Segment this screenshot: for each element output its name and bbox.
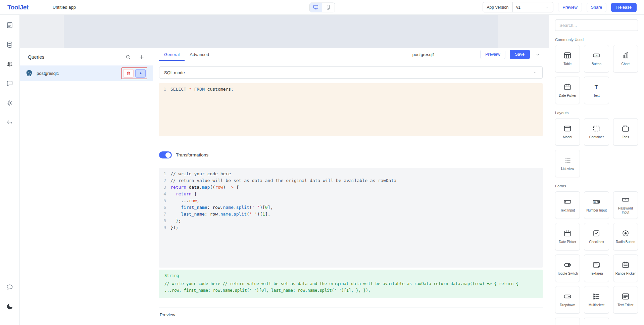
widget-card-button[interactable]: Button bbox=[584, 45, 609, 73]
texteditor-icon bbox=[622, 292, 630, 300]
toggleswitch-icon bbox=[563, 261, 572, 269]
app-header: ToolJet Untitled app App Version v1 Prev… bbox=[0, 0, 644, 15]
rangepicker-icon bbox=[622, 261, 630, 269]
transformation-result: String // write your code here // return… bbox=[159, 270, 543, 298]
components-panel: Commonly Used Table Button Chart Date Pi… bbox=[549, 15, 644, 325]
collapse-chevron-icon[interactable] bbox=[534, 51, 541, 58]
query-list-item[interactable]: postgresql1 bbox=[20, 65, 153, 81]
widget-card-multiselect[interactable]: Multiselect bbox=[584, 286, 609, 314]
transformation-code-editor[interactable]: 1 // write your code here 2 // return va… bbox=[159, 168, 543, 268]
settings-icon[interactable] bbox=[6, 99, 13, 107]
modal-icon bbox=[563, 125, 572, 133]
passwordinput-icon bbox=[622, 196, 630, 204]
trash-icon bbox=[126, 71, 131, 76]
widget-card-datepicker[interactable]: Date Picker bbox=[555, 77, 580, 104]
preview-app-button[interactable]: Preview bbox=[558, 3, 582, 12]
code-line: 1 SELECT * FROM customers; bbox=[159, 86, 543, 93]
textarea-icon bbox=[592, 261, 600, 269]
app-version-value: v1 bbox=[516, 5, 521, 10]
checkbox-icon bbox=[592, 229, 600, 237]
query-manager-panel: Queries postgresql1 bbox=[20, 48, 153, 325]
app-version-label: App Version bbox=[483, 2, 513, 12]
dropdown-icon bbox=[563, 292, 572, 300]
query-editor: General Advanced postgresql1 Preview Sav… bbox=[153, 48, 549, 325]
widget-card-radiobutton[interactable]: Radio Button bbox=[613, 223, 638, 250]
query-preview-button[interactable]: Preview bbox=[480, 50, 505, 59]
database-icon[interactable] bbox=[6, 41, 13, 48]
widget-card-text[interactable]: Text bbox=[584, 77, 609, 104]
delete-query-button[interactable] bbox=[123, 69, 134, 78]
sql-code-editor[interactable]: 1 SELECT * FROM customers; bbox=[159, 83, 543, 136]
search-icon[interactable] bbox=[125, 54, 131, 60]
left-rail bbox=[0, 15, 20, 325]
component-search-input[interactable] bbox=[555, 19, 638, 31]
mobile-view-button[interactable] bbox=[322, 3, 335, 12]
multiselect-icon bbox=[592, 292, 600, 300]
canvas-widget-area[interactable] bbox=[64, 15, 498, 48]
debugger-icon[interactable] bbox=[6, 60, 13, 68]
preview-section-header[interactable]: Preview bbox=[159, 308, 543, 322]
listview-icon bbox=[563, 156, 572, 164]
chevron-down-icon bbox=[533, 70, 538, 75]
comments-icon[interactable] bbox=[6, 80, 13, 87]
widget-card-rangepicker[interactable]: Range Picker bbox=[613, 254, 638, 282]
transformations-toggle[interactable] bbox=[159, 151, 172, 158]
app-canvas[interactable] bbox=[20, 15, 549, 48]
desktop-icon bbox=[313, 4, 319, 10]
widget-card-passwordinput[interactable]: Password Input bbox=[613, 191, 638, 219]
app-version-select[interactable]: v1 bbox=[513, 2, 553, 12]
query-name: postgresql1 bbox=[37, 71, 59, 76]
tooljet-logo: ToolJet bbox=[7, 4, 29, 11]
undo-icon[interactable] bbox=[6, 119, 13, 126]
app-name[interactable]: Untitled app bbox=[53, 5, 76, 10]
widget-card-checkbox[interactable]: Checkbox bbox=[584, 223, 609, 250]
widget-card-container[interactable]: Container bbox=[584, 118, 609, 146]
mobile-icon bbox=[325, 4, 331, 10]
widget-card-listview[interactable]: List view bbox=[555, 150, 580, 177]
numberinput-icon bbox=[592, 198, 600, 206]
radiobutton-icon bbox=[622, 229, 630, 237]
editor-query-name: postgresql1 bbox=[412, 52, 435, 57]
widget-card-dropdown[interactable]: Dropdown bbox=[555, 286, 580, 314]
sql-mode-select[interactable]: SQL mode bbox=[159, 66, 543, 79]
widget-card-texteditor[interactable]: Text Editor bbox=[613, 286, 638, 314]
tab-general[interactable]: General bbox=[159, 48, 185, 61]
add-query-icon[interactable] bbox=[139, 54, 145, 60]
datepicker-icon bbox=[563, 83, 572, 91]
dark-mode-icon[interactable] bbox=[6, 303, 13, 310]
textinput-icon bbox=[563, 198, 572, 206]
app-version-control: App Version v1 bbox=[483, 2, 554, 12]
query-save-button[interactable]: Save bbox=[510, 50, 530, 59]
widget-card-toggleswitch[interactable]: Toggle Switch bbox=[555, 254, 580, 282]
share-button[interactable]: Share bbox=[587, 3, 606, 12]
widget-card-partial[interactable] bbox=[555, 318, 580, 325]
widget-card-datepicker-form[interactable]: Date Picker bbox=[555, 223, 580, 250]
widget-card-partial[interactable] bbox=[584, 318, 609, 325]
widget-card-modal[interactable]: Modal bbox=[555, 118, 580, 146]
code-line: 5 ...row, bbox=[159, 197, 543, 204]
release-button[interactable]: Release bbox=[611, 3, 637, 12]
code-line: 9 }); bbox=[159, 224, 543, 231]
code-content: SELECT * FROM customers; bbox=[170, 86, 234, 93]
tab-advanced[interactable]: Advanced bbox=[185, 48, 214, 61]
query-actions-highlight bbox=[121, 67, 147, 79]
queries-panel-title: Queries bbox=[28, 54, 44, 60]
desktop-view-button[interactable] bbox=[310, 3, 322, 12]
widget-card-textinput[interactable]: Text Input bbox=[555, 191, 580, 219]
pages-icon[interactable] bbox=[6, 21, 13, 29]
widget-card-tabs[interactable]: Tabs bbox=[613, 118, 638, 146]
code-line: 7 last_name: row.name.split(' ')[1], bbox=[159, 211, 543, 218]
widget-card-textarea[interactable]: Textarea bbox=[584, 254, 609, 282]
container-icon bbox=[592, 125, 600, 133]
table-icon bbox=[563, 51, 572, 59]
section-title-commonly-used: Commonly Used bbox=[555, 38, 638, 42]
widget-card-table[interactable]: Table bbox=[555, 45, 580, 73]
code-line: 2 // return value will be set as data an… bbox=[159, 177, 543, 184]
postgresql-icon bbox=[25, 69, 33, 77]
help-chat-icon[interactable] bbox=[6, 283, 13, 291]
transformations-label: Transformations bbox=[176, 152, 208, 157]
code-line: 8 }; bbox=[159, 218, 543, 224]
widget-card-chart[interactable]: Chart bbox=[613, 45, 638, 73]
run-query-button[interactable] bbox=[135, 69, 146, 78]
widget-card-numberinput[interactable]: Number Input bbox=[584, 191, 609, 219]
